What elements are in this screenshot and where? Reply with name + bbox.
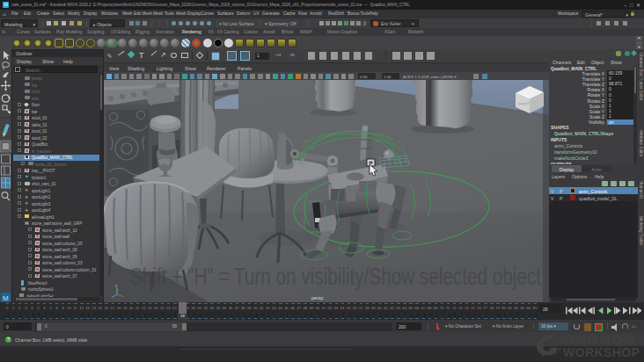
svg-text:Shift + "H" = Turn on visibili: Shift + "H" = Turn on visibility/Show se… — [130, 263, 541, 290]
svg-text:persp: persp — [311, 295, 324, 300]
svg-text:M: M — [3, 294, 9, 302]
svg-text:GNOMON: GNOMON — [564, 331, 635, 346]
svg-text:y: y — [115, 284, 117, 287]
svg-text:WORKSHOP: WORKSHOP — [563, 345, 640, 359]
svg-text:THE: THE — [560, 336, 565, 344]
